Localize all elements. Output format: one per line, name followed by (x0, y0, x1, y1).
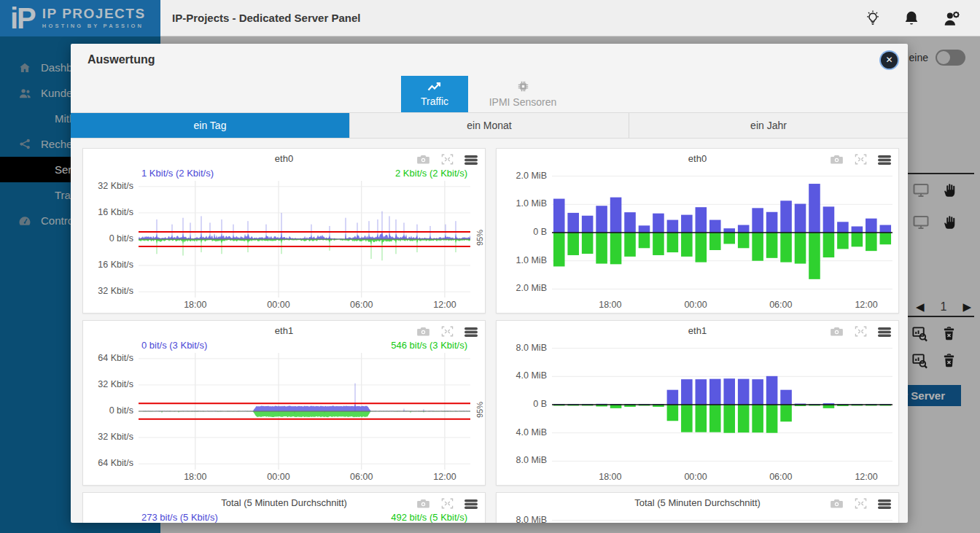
notifications-bell-icon[interactable] (903, 9, 919, 27)
tab-traffic[interactable]: Traffic (401, 76, 468, 112)
x-axis-labels: 18:0000:0006:0012:00 (552, 470, 898, 484)
outbound-rate-label: 546 bit/s (3 Kbit/s) (391, 340, 467, 353)
tab-label: IPMI Sensoren (489, 96, 557, 108)
expand-fullscreen-icon[interactable] (441, 326, 454, 337)
percentile-label: 95% (475, 402, 484, 418)
tab-label: Traffic (421, 96, 448, 107)
page-title: IP-Projects - Dedicated Server Panel (172, 12, 360, 24)
y-axis-labels: 32 Kbit/s16 Kbit/s0 bit/s16 Kbit/s32 Kbi… (83, 181, 139, 297)
y-axis-labels: 2.0 MiB1.0 MiB0 B1.0 MiB2.0 MiB (497, 168, 552, 297)
chart-panel-eth0-day-traffic: eth0 1 Kbit/s (2 Kbit/s) 2 Kbit/s (2 Kbi… (82, 148, 486, 314)
chart-plot[interactable] (552, 512, 892, 523)
percentile-label: 95% (475, 230, 484, 246)
percentile-gutter: 95% (470, 353, 485, 470)
menu-hamburger-icon[interactable] (878, 327, 891, 337)
charts-grid: eth0 1 Kbit/s (2 Kbit/s) 2 Kbit/s (2 Kbi… (71, 139, 908, 523)
menu-hamburger-icon[interactable] (878, 155, 891, 165)
chart-panel-total-day-traffic: Total (5 Minuten Durchschnitt) 273 bit/s… (82, 492, 486, 523)
expand-fullscreen-icon[interactable] (855, 154, 867, 165)
chart-plot[interactable] (552, 168, 892, 297)
x-axis-labels: 18:0000:0006:0012:00 (552, 297, 898, 312)
inbound-rate-label: 0 bit/s (3 Kbit/s) (141, 340, 207, 353)
camera-snapshot-icon[interactable] (416, 326, 430, 337)
range-tab-ein-monat[interactable]: ein Monat (350, 113, 629, 138)
app-logo: iP IP PROJECTS HOSTING BY PASSION (0, 0, 160, 36)
idea-lightbulb-icon[interactable] (866, 9, 880, 27)
inbound-rate-label: 273 bit/s (5 Kbit/s) (141, 512, 218, 523)
range-tab-ein-tag[interactable]: ein Tag (71, 113, 350, 138)
outbound-rate-label: 2 Kbit/s (2 Kbit/s) (395, 168, 467, 181)
logo-mark: iP (10, 2, 35, 34)
y-axis-labels: 8.0 MiB4.0 MiB0 B4.0 MiB8.0 MiB (497, 512, 552, 523)
menu-hamburger-icon[interactable] (464, 327, 478, 337)
traffic-chart-icon (427, 82, 442, 94)
y-axis-labels: 8.0 MiB4.0 MiB0 B4.0 MiB8.0 MiB (497, 340, 552, 470)
expand-fullscreen-icon[interactable] (441, 498, 454, 509)
chart-title: eth0 (688, 153, 707, 164)
camera-snapshot-icon[interactable] (830, 154, 844, 165)
chart-title: eth0 (275, 153, 293, 164)
expand-fullscreen-icon[interactable] (855, 498, 867, 509)
chart-panel-eth1-day-traffic: eth1 0 bit/s (3 Kbit/s) 546 bit/s (3 Kbi… (82, 320, 486, 486)
logo-title: IP PROJECTS (42, 7, 146, 21)
logo-subtitle: HOSTING BY PASSION (42, 23, 146, 29)
modal-tabs: Traffic IPMI Sensoren (71, 76, 908, 112)
tab-ipmi-sensoren[interactable]: IPMI Sensoren (468, 76, 578, 112)
camera-snapshot-icon[interactable] (830, 498, 844, 509)
auswertung-modal: Auswertung ✕ Traffic IPMI Sensoren ein T… (71, 44, 908, 523)
expand-fullscreen-icon[interactable] (441, 154, 454, 165)
chart-panel-eth1-day-volume: eth1 8.0 MiB4.0 MiB0 B4.0 MiB8.0 MiB 18:… (496, 320, 899, 486)
outbound-rate-label: 492 bit/s (5 Kbit/s) (391, 512, 467, 523)
x-axis-labels: 18:0000:0006:0012:00 (139, 297, 485, 312)
percentile-gutter (892, 340, 898, 470)
camera-snapshot-icon[interactable] (416, 154, 430, 165)
close-icon[interactable]: ✕ (881, 52, 898, 69)
chart-title: Total (5 Minuten Durchschnitt) (221, 497, 347, 508)
camera-snapshot-icon[interactable] (416, 498, 430, 509)
topbar: iP IP PROJECTS HOSTING BY PASSION IP-Pro… (0, 0, 980, 36)
chart-plot[interactable] (139, 353, 470, 470)
percentile-gutter (892, 168, 898, 297)
chip-icon (517, 80, 529, 95)
inbound-rate-label: 1 Kbit/s (2 Kbit/s) (141, 168, 214, 181)
chart-plot[interactable] (139, 181, 470, 297)
range-tab-ein-jahr[interactable]: ein Jahr (629, 113, 908, 138)
percentile-gutter: 95% (470, 181, 485, 297)
camera-snapshot-icon[interactable] (830, 326, 844, 337)
menu-hamburger-icon[interactable] (464, 499, 478, 509)
account-settings-icon[interactable] (943, 9, 961, 27)
range-tabs: ein Tag ein Monat ein Jahr (71, 112, 908, 139)
chart-title: eth1 (688, 325, 707, 336)
chart-panel-total-day-volume: Total (5 Minuten Durchschnitt) 8.0 MiB4.… (496, 492, 899, 523)
chart-panel-eth0-day-volume: eth0 2.0 MiB1.0 MiB0 B1.0 MiB2.0 MiB 18:… (496, 148, 899, 314)
y-axis-labels: 64 Kbit/s32 Kbit/s0 bit/s32 Kbit/s64 Kbi… (83, 353, 139, 470)
chart-title: Total (5 Minuten Durchschnitt) (634, 497, 761, 508)
chart-title: eth1 (275, 325, 293, 336)
x-axis-labels: 18:0000:0006:0012:00 (139, 470, 485, 484)
menu-hamburger-icon[interactable] (878, 499, 891, 509)
modal-title: Auswertung (88, 53, 155, 66)
screen: Dashboard Kunden Mitbenutzer Rechenzentr… (0, 0, 980, 533)
percentile-gutter (892, 512, 898, 523)
menu-hamburger-icon[interactable] (464, 155, 478, 165)
expand-fullscreen-icon[interactable] (855, 326, 867, 337)
chart-plot[interactable] (552, 340, 892, 470)
